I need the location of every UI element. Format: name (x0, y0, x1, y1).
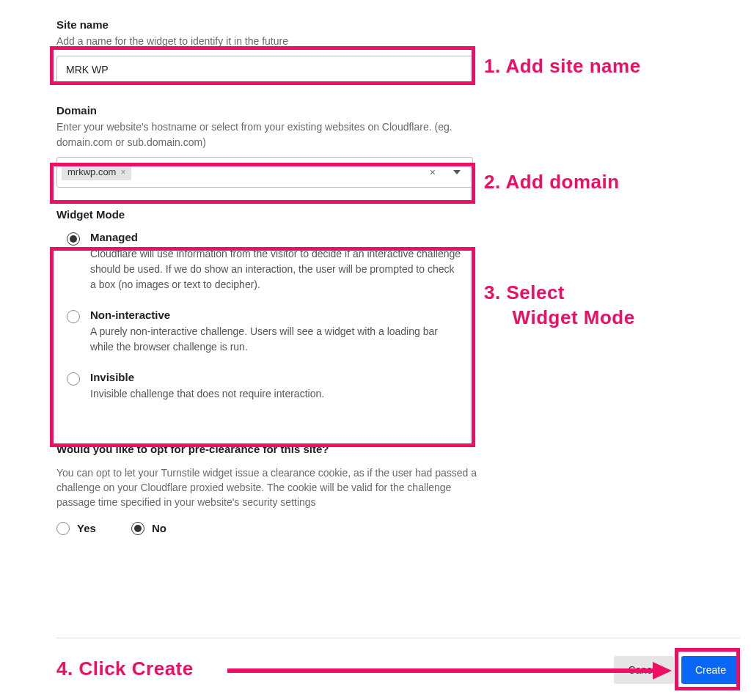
annotation-text-4: 4. Click Create (56, 657, 194, 682)
radio-icon (56, 522, 70, 535)
annotation-text-2: 2. Add domain (484, 170, 620, 195)
widget-mode-option[interactable]: InvisibleInvisible challenge that does n… (67, 371, 463, 402)
create-button[interactable]: Create (681, 656, 740, 684)
preclearance-section: Would you like to opt for pre-clearance … (56, 443, 489, 535)
widget-mode-label: Widget Mode (56, 208, 473, 221)
domain-chip-text: mrkwp.com (67, 166, 116, 177)
site-name-help: Add a name for the widget to identify it… (56, 34, 473, 48)
domain-combobox[interactable]: mrkwp.com × × (56, 157, 473, 188)
radio-title: Non-interactive (90, 309, 463, 321)
chip-remove-icon[interactable]: × (120, 167, 125, 177)
chevron-down-icon[interactable] (453, 170, 461, 174)
annotation-text-1: 1. Add site name (484, 54, 641, 79)
preclearance-yes-label: Yes (77, 522, 96, 534)
widget-mode-option[interactable]: ManagedCloudflare will use information f… (67, 231, 463, 292)
preclearance-yes[interactable]: Yes (56, 522, 96, 535)
preclearance-help: You can opt to let your Turnstile widget… (56, 465, 489, 510)
domain-section: Domain Enter your website's hostname or … (56, 104, 473, 188)
radio-icon (67, 232, 80, 246)
site-name-label: Site name (56, 18, 473, 31)
preclearance-radios: Yes No (56, 522, 489, 535)
preclearance-no-label: No (152, 522, 166, 534)
widget-mode-option[interactable]: Non-interactiveA purely non-interactive … (67, 309, 463, 355)
radio-icon (67, 372, 80, 386)
cancel-button[interactable]: Cancel (614, 656, 674, 684)
radio-title: Invisible (90, 371, 463, 383)
domain-label: Domain (56, 104, 473, 117)
widget-mode-section: Widget Mode ManagedCloudflare will use i… (56, 208, 473, 413)
widget-mode-radios: ManagedCloudflare will use information f… (56, 224, 473, 413)
radio-desc: Cloudflare will use information from the… (90, 246, 463, 292)
preclearance-no[interactable]: No (131, 522, 166, 535)
radio-icon (131, 522, 144, 535)
site-name-input[interactable] (56, 56, 473, 84)
radio-desc: Invisible challenge that does not requir… (90, 386, 463, 402)
radio-icon (67, 310, 80, 323)
domain-help: Enter your website's hostname or select … (56, 119, 473, 150)
preclearance-label: Would you like to opt for pre-clearance … (56, 443, 489, 455)
radio-title: Managed (90, 231, 463, 243)
site-name-section: Site name Add a name for the widget to i… (56, 18, 473, 84)
radio-desc: A purely non-interactive challenge. User… (90, 324, 463, 355)
annotation-text-3: 3. Select Widget Mode (484, 281, 635, 331)
domain-chip: mrkwp.com × (62, 163, 131, 180)
combo-clear-icon[interactable]: × (424, 166, 442, 178)
